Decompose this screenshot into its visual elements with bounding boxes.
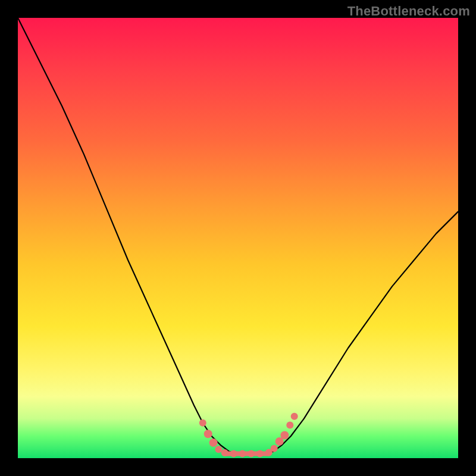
marker-dot (215, 446, 222, 453)
marker-dot (199, 419, 206, 427)
chart-plot-area (18, 18, 458, 458)
watermark-text: TheBottleneck.com (347, 4, 470, 19)
marker-dot (248, 450, 255, 458)
chart-frame: TheBottleneck.com (0, 0, 476, 476)
marker-dot (204, 430, 212, 438)
flat-region-dots (199, 413, 298, 458)
marker-dot (209, 439, 218, 447)
marker-dot (271, 445, 278, 452)
marker-dot (239, 450, 246, 458)
bottleneck-curve (18, 18, 458, 454)
marker-dot (256, 450, 264, 458)
marker-dot (286, 422, 293, 429)
marker-dot (230, 450, 237, 458)
marker-dot (291, 413, 298, 420)
marker-dot (221, 449, 228, 456)
chart-svg (18, 18, 458, 458)
marker-dot (280, 431, 289, 440)
